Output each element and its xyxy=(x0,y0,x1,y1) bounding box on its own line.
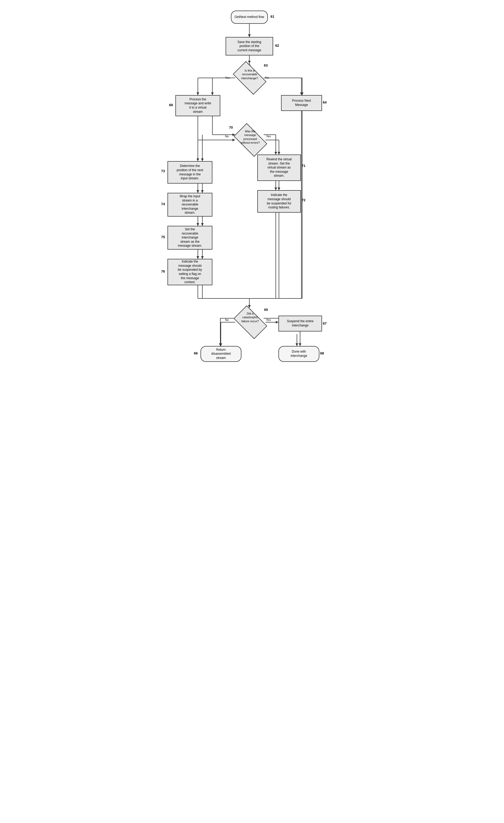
label-61: 61 xyxy=(271,14,274,18)
svg-marker-42 xyxy=(296,343,298,346)
svg-marker-67 xyxy=(278,187,280,190)
svg-marker-18 xyxy=(275,152,277,155)
label-62: 62 xyxy=(275,43,279,47)
svg-marker-59 xyxy=(278,152,280,155)
svg-marker-82 xyxy=(299,343,301,346)
node-64-text: Process NextMessage xyxy=(292,99,311,107)
node-66: Returndisassembledstream xyxy=(200,346,241,362)
svg-marker-22 xyxy=(275,187,277,190)
yes-label-70: Yes xyxy=(266,135,271,138)
node-61-text: GetNext method flow xyxy=(234,15,264,19)
label-75: 75 xyxy=(161,235,165,239)
svg-marker-6 xyxy=(211,93,214,95)
node-70-diamond xyxy=(233,123,267,157)
svg-marker-44 xyxy=(248,61,251,63)
svg-marker-37 xyxy=(219,343,222,346)
node-71: Rewind the virtualstream. Set thevirtual… xyxy=(257,155,301,181)
node-67: Suspend the entireinterchange xyxy=(279,316,322,331)
svg-marker-53 xyxy=(232,139,235,141)
label-68: 68 xyxy=(320,351,324,355)
node-65-container: Did acatastrophicfailure occur? xyxy=(235,308,266,337)
node-69-text: Process themessage and writeit to a virt… xyxy=(185,98,211,114)
node-75: Set therecoverableinterchangestream as t… xyxy=(167,226,212,250)
yes-label-65: Yes xyxy=(266,318,271,321)
node-68: Done withinterchange xyxy=(279,346,319,362)
node-64: Process NextMessage xyxy=(281,95,322,111)
svg-marker-26 xyxy=(201,256,204,259)
node-72: Indicate themessage shouldbe suspended f… xyxy=(257,190,301,213)
node-65-diamond xyxy=(233,305,267,339)
node-76: Indicate themessage shouldbe suspended b… xyxy=(167,259,212,285)
svg-marker-1 xyxy=(248,34,251,37)
node-61: GetNext method flow xyxy=(231,11,268,24)
label-69: 69 xyxy=(169,103,173,107)
svg-marker-9 xyxy=(301,93,304,95)
flowchart-diagram: GetNext method flow 61 Save the starting… xyxy=(160,5,344,798)
svg-marker-50 xyxy=(300,93,303,95)
node-76-text: Indicate themessage shouldbe suspended b… xyxy=(178,260,202,285)
node-62: Save the startingposition of thecurrent … xyxy=(225,37,273,55)
label-73: 73 xyxy=(161,169,165,173)
node-75-text: Set therecoverableinterchangestream as t… xyxy=(178,227,202,248)
no-label-65: No xyxy=(225,318,229,321)
label-71: 71 xyxy=(302,164,305,168)
label-64: 64 xyxy=(323,100,327,104)
label-72: 72 xyxy=(302,198,305,202)
node-71-text: Rewind the virtualstream. Set thevirtual… xyxy=(267,157,292,178)
node-73: Determine theposition of the nextmessage… xyxy=(167,161,212,184)
node-74-text: Wrap the inputstream in arecoverableinte… xyxy=(180,194,200,215)
node-73-text: Determine theposition of the nextmessage… xyxy=(177,164,203,180)
svg-marker-24 xyxy=(201,223,204,226)
node-70-container: Was themessageprocessedwithout errors? xyxy=(235,126,266,155)
svg-marker-80 xyxy=(276,321,279,324)
node-67-text: Suspend the entireinterchange xyxy=(287,319,314,328)
node-68-text: Done withinterchange xyxy=(291,350,307,358)
label-66: 66 xyxy=(194,351,198,355)
svg-marker-61 xyxy=(196,190,199,193)
node-62-text: Save the startingposition of thecurrent … xyxy=(237,40,261,52)
label-74: 74 xyxy=(161,202,165,206)
svg-marker-20 xyxy=(201,190,204,193)
node-63-diamond xyxy=(233,61,266,95)
label-67: 67 xyxy=(323,321,327,325)
svg-marker-15 xyxy=(201,158,204,161)
node-69: Process themessage and writeit to a virt… xyxy=(175,95,220,116)
yes-label-63: Yes xyxy=(225,76,230,79)
node-74: Wrap the inputstream in arecoverableinte… xyxy=(167,193,212,216)
svg-marker-56 xyxy=(196,158,199,161)
no-label-70: No xyxy=(225,135,229,138)
svg-marker-78 xyxy=(219,343,222,346)
svg-marker-84 xyxy=(248,34,251,37)
extra-connectors xyxy=(160,5,344,798)
label-70: 70 xyxy=(229,126,233,129)
connector-lines xyxy=(160,5,344,798)
label-65: 65 xyxy=(264,308,268,312)
no-label-63: No xyxy=(265,76,269,79)
node-72-text: Indicate themessage shouldbe suspended f… xyxy=(267,193,291,209)
label-76: 76 xyxy=(161,270,165,273)
svg-marker-63 xyxy=(196,223,199,226)
label-63: 63 xyxy=(264,63,268,67)
node-63-container: Is this arecoverableinterchange? xyxy=(235,63,264,93)
svg-marker-65 xyxy=(196,256,199,259)
svg-marker-47 xyxy=(196,93,199,95)
node-66-text: Returndisassembledstream xyxy=(211,348,230,360)
